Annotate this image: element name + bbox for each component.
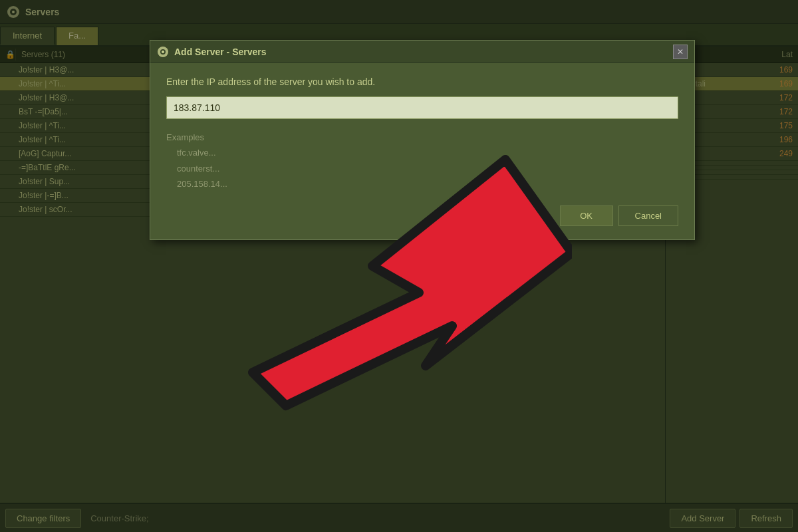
example-item-1: tfc.valve...: [177, 148, 216, 158]
dialog-buttons: OK Cancel: [166, 205, 678, 226]
svg-point-5: [162, 51, 164, 53]
examples-label: Examples: [166, 132, 204, 142]
ok-button[interactable]: OK: [560, 205, 613, 226]
dialog-body: Enter the IP address of the server you w…: [150, 63, 694, 239]
add-server-dialog: Add Server - Servers ✕ Enter the IP addr…: [150, 40, 695, 240]
dialog-description: Enter the IP address of the server you w…: [166, 76, 678, 87]
dialog-examples: Examples tfc.valve... counterst... 205.1…: [166, 130, 678, 192]
cancel-button[interactable]: Cancel: [618, 205, 678, 226]
dialog-titlebar: Add Server - Servers ✕: [150, 41, 694, 63]
dialog-title: Add Server - Servers: [174, 47, 673, 57]
example-item-3: 205.158.14...: [177, 179, 227, 189]
main-window: Servers Internet Fa... 🔒 Servers (11) Jo…: [0, 0, 798, 532]
dialog-close-button[interactable]: ✕: [673, 45, 688, 59]
steam-dialog-icon: [157, 46, 169, 58]
ip-address-input[interactable]: [166, 96, 678, 119]
example-item-2: counterst...: [177, 164, 219, 174]
